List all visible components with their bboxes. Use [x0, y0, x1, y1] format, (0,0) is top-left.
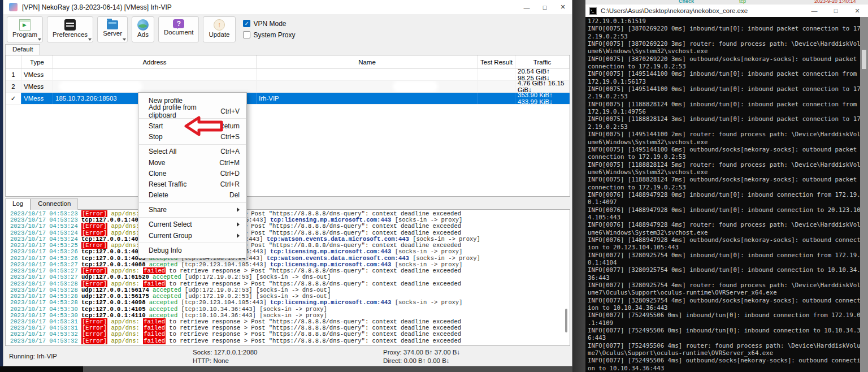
column-header-test-result[interactable]: Test Result [478, 55, 515, 68]
console-line: ion to 10.10.34.36:443 [588, 304, 860, 312]
log-tabbar: Log Connection [5, 198, 78, 210]
server-row[interactable]: ✓VMess185.10.73.206:18503Irh-VIP353.90 K… [6, 93, 570, 105]
preferences-button[interactable]: Preferences [47, 16, 93, 42]
column-header-traffic[interactable]: Traffic [515, 55, 570, 68]
menu-item-select-all[interactable]: Select AllCtrl+A [138, 146, 246, 157]
program-button[interactable]: Program [7, 16, 43, 42]
console-line: INFO[0075] [1495144100 0ms] inbound/tun[… [588, 70, 860, 77]
menu-item-delete[interactable]: DeleteDel [138, 190, 246, 201]
menu-item-clone[interactable]: CloneCtrl+D [138, 168, 246, 179]
system-proxy-toggle[interactable]: System Proxy [243, 31, 296, 39]
console-line: INFO[0077] [752495506 4ms] outbound/sock… [588, 357, 860, 364]
console-app-icon [589, 7, 597, 15]
tab-connection[interactable]: Connection [31, 198, 78, 210]
log-scrollbar-thumb[interactable] [565, 309, 567, 332]
program-label: Program [12, 31, 37, 38]
toolbar-buttons: ProgramPreferencesServerAdsDocumentUpdat… [7, 16, 240, 42]
help-bubble-icon [173, 19, 184, 28]
column-header-name[interactable]: Name [257, 55, 478, 68]
console-line: INFO[0075] [1188828124 0ms] inbound/tun[… [588, 101, 860, 108]
close-button[interactable]: ✕ [554, 0, 572, 14]
menu-item-current-select[interactable]: Current Select [138, 219, 246, 230]
background-fragment-tcp: tcp [739, 0, 746, 4]
status-proxy-direct: Proxy: 374.00 B↑ 37.00 B↓ Direct: 0.00 B… [383, 348, 460, 365]
console-line: INFO[0077] [3280925754 0ms] inbound/tun[… [588, 266, 860, 274]
console-line: ume7\Oculus\Support\oculus-runtime\OVRSe… [588, 289, 860, 296]
tab-default-group[interactable]: Default [5, 44, 40, 55]
column-header-select[interactable] [6, 55, 21, 68]
console-line: 2.19.0.2:53 [588, 93, 860, 100]
table-body: 1VMess20.54 GiB↑ 98.25 GiB↓2VMess4.76 Gi… [6, 69, 570, 105]
menu-item-share[interactable]: Share [138, 205, 246, 215]
console-line: INFO[0075] [1495144100 6ms] outbound/soc… [588, 146, 860, 153]
console-titlebar[interactable]: C:\Users\Asus\Desktop\nekoray\nekobox_co… [585, 5, 868, 17]
console-line: connection to 172.19.0.2:53 [588, 184, 860, 191]
update-arrow-icon [214, 19, 225, 31]
ads-label: Ads [137, 31, 149, 38]
background-window-gap [572, 0, 585, 372]
cell-c1: VMess [21, 69, 53, 80]
console-line: INFO[0077] [752495506 0ms] inbound/tun[0… [588, 327, 860, 334]
ads-button[interactable]: Ads [132, 16, 154, 42]
console-line: INFO[0075] [3870269220 3ms] outbound/soc… [588, 55, 860, 63]
document-button[interactable]: Document [158, 16, 199, 42]
console-scrollbar[interactable] [860, 17, 868, 372]
console-line: INFO[0075] [1188828124 7ms] outbound/soc… [588, 176, 860, 183]
status-proxy: Proxy: 374.00 B↑ 37.00 B↓ [383, 348, 460, 357]
vpn-mode-checkbox-icon[interactable] [243, 20, 250, 27]
console-line: INFO[0075] [3870269220 3ms] router: foun… [588, 40, 860, 47]
console-maximize-button[interactable]: □ [825, 5, 847, 17]
console-line: 0.1:4097 [588, 198, 860, 206]
maximize-button[interactable]: □ [536, 0, 554, 14]
menu-separator [139, 217, 246, 218]
console-line: 4.105:443 [588, 214, 860, 221]
console-line: INFO[0075] [1495144100 2ms] router: foun… [588, 131, 860, 138]
background-bottom-sliver [0, 366, 572, 372]
cell-c4 [478, 93, 515, 104]
cell-c2 [53, 81, 257, 92]
cell-c0: 1 [6, 69, 21, 80]
console-line: connection to 172.19.0.2:53 [588, 153, 860, 161]
console-line: INFO[0075] [1188828124 3ms] inbound/tun[… [588, 115, 860, 123]
menu-separator [139, 144, 246, 145]
window-title: [VPN] NekoRay (3.8-2023-06-14) [VMess] I… [22, 3, 172, 11]
menu-item-debug-info[interactable]: Debug Info [138, 245, 246, 256]
server-row[interactable]: 2VMess4.76 GiB↑ 16.15 GiB↓ [6, 81, 570, 93]
menu-separator [139, 202, 246, 203]
menu-item-move[interactable]: MoveCtrl+M [138, 157, 246, 168]
menu-item-add-profile-from-clipboard[interactable]: Add profile from clipboardCtrl+V [138, 106, 246, 116]
system-proxy-checkbox-icon[interactable] [243, 31, 250, 38]
toolbar-toggles: VPN Mode System Proxy [243, 18, 296, 41]
server-row[interactable]: 1VMess20.54 GiB↑ 98.25 GiB↓ [6, 69, 570, 81]
log-view: 2023/10/17 04:53:23 [Error] app/dns: fai… [5, 209, 570, 346]
menu-item-reset-traffic[interactable]: Reset TrafficCtrl+R [138, 179, 246, 189]
globe-icon [137, 19, 149, 31]
minimize-button[interactable]: — [518, 0, 536, 14]
nekoray-titlebar[interactable]: [VPN] NekoRay (3.8-2023-06-14) [VMess] I… [3, 0, 572, 14]
menu-item-current-group[interactable]: Current Group [138, 230, 246, 241]
console-line: INFO[0076] [1488947928 0ms] inbound/tun[… [588, 206, 860, 214]
cell-c5: 4.76 GiB↑ 16.15 GiB↓ [515, 81, 570, 92]
status-running: Running: Irh-VIP [9, 353, 57, 360]
column-header-type[interactable]: Type [21, 55, 53, 68]
console-scrollbar-thumb[interactable] [862, 50, 866, 69]
preferences-label: Preferences [53, 31, 88, 38]
update-button[interactable]: Update [203, 16, 235, 42]
console-line: INFO[0076] [1488947928 4ms] router: foun… [588, 221, 860, 228]
tab-log[interactable]: Log [5, 198, 31, 210]
console-minimize-button[interactable]: — [804, 5, 825, 17]
group-tabbar: Default [5, 44, 40, 55]
column-header-address[interactable]: Address [53, 55, 257, 68]
cell-c1: VMess [21, 81, 53, 92]
server-button[interactable]: Server [97, 16, 128, 42]
cell-c4 [478, 69, 515, 80]
console-line: INFO[0077] [3280925754 4ms] router: foun… [588, 282, 860, 289]
vpn-mode-toggle[interactable]: VPN Mode [243, 20, 296, 28]
console-line: ume6\Windows\System32\svchost.exe [588, 139, 860, 146]
console-line: INFO[0077] [3280925754 4ms] outbound/soc… [588, 297, 860, 304]
vpn-mode-label: VPN Mode [254, 20, 287, 28]
console-close-button[interactable]: ✕ [847, 5, 868, 17]
console-line: INFO[0076] [1488947928 0ms] inbound/tun[… [588, 191, 860, 198]
log-lines: 2023/10/17 04:53:23 [Error] app/dns: fai… [10, 211, 570, 344]
console-line: 0.1:4104 [588, 259, 860, 266]
